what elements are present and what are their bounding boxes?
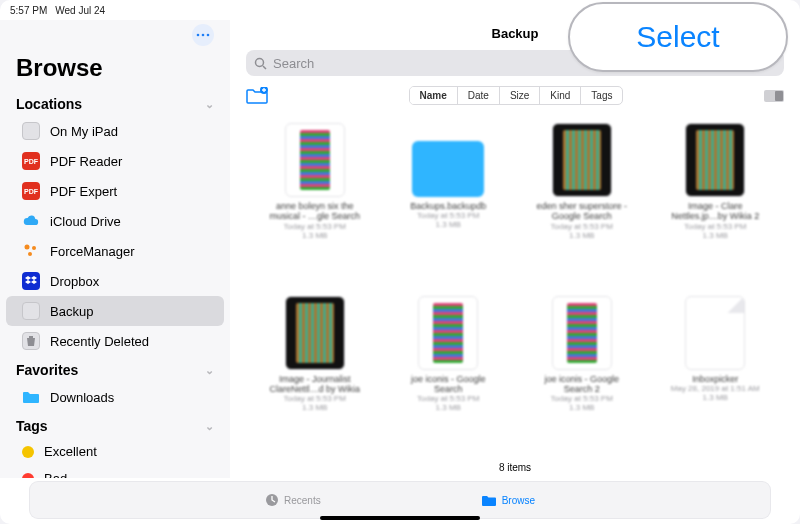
pdf-icon: PDF (22, 152, 40, 170)
sidebar-item-label: Backup (50, 304, 93, 319)
cloud-icon (22, 212, 40, 230)
locations-header[interactable]: Locations ⌄ (0, 90, 230, 116)
sidebar-item-on-my-ipad[interactable]: On My iPad (6, 116, 224, 146)
ipad-icon (22, 122, 40, 140)
status-time: 5:57 PM (10, 5, 47, 16)
drive-icon (22, 302, 40, 320)
tags-label: Tags (16, 418, 48, 434)
file-item[interactable]: eden sher superstore - Google SearchToda… (517, 123, 647, 284)
sidebar-item-label: On My iPad (50, 124, 118, 139)
view-toggle[interactable] (764, 90, 784, 102)
tag-dot-icon (22, 446, 34, 458)
folder-icon (22, 388, 40, 406)
tab-browse[interactable]: Browse (481, 494, 535, 507)
browse-title: Browse (0, 50, 230, 90)
file-item[interactable]: joe iconis - Google Search 2Today at 5:5… (517, 296, 647, 457)
file-grid: anne boleyn six the musical - …gle Searc… (230, 111, 800, 460)
ellipsis-icon (196, 33, 210, 37)
sidebar-item-recently-deleted[interactable]: Recently Deleted (6, 326, 224, 356)
chevron-down-icon: ⌄ (205, 420, 214, 433)
pdf-icon: PDF (22, 182, 40, 200)
clock-icon (265, 493, 279, 507)
sort-kind[interactable]: Kind (539, 87, 580, 104)
tabbar: Recents Browse (30, 482, 770, 518)
item-count: 8 items (230, 460, 800, 478)
app-icon (22, 242, 40, 260)
sidebar-item-backup[interactable]: Backup (6, 296, 224, 326)
sidebar-item-label: Excellent (44, 444, 97, 459)
sidebar-item-label: ForceManager (50, 244, 135, 259)
sidebar-item-label: Recently Deleted (50, 334, 149, 349)
svg-point-5 (28, 252, 32, 256)
sort-tags[interactable]: Tags (580, 87, 622, 104)
sort-date[interactable]: Date (457, 87, 499, 104)
sidebar-item-pdf-expert[interactable]: PDFPDF Expert (6, 176, 224, 206)
file-item[interactable]: Image - Journalist ClareNettl…d by Wikia… (250, 296, 380, 457)
status-date: Wed Jul 24 (55, 5, 105, 16)
more-options-button[interactable] (192, 24, 214, 46)
app-frame: 5:57 PM Wed Jul 24 Browse Locations ⌄ On… (0, 0, 800, 524)
folder-icon (481, 494, 497, 507)
new-folder-icon (246, 87, 268, 105)
folder-icon (412, 141, 484, 197)
sidebar-item-dropbox[interactable]: Dropbox (6, 266, 224, 296)
sidebar-item-label: Dropbox (50, 274, 99, 289)
main-row: Browse Locations ⌄ On My iPad PDFPDF Rea… (0, 20, 800, 478)
chevron-down-icon: ⌄ (205, 364, 214, 377)
locations-label: Locations (16, 96, 82, 112)
tag-dot-icon (22, 473, 34, 479)
search-placeholder: Search (273, 56, 314, 71)
sidebar-item-label: PDF Reader (50, 154, 122, 169)
svg-point-2 (207, 34, 210, 37)
sidebar-item-tag-excellent[interactable]: Excellent (6, 438, 224, 465)
sidebar-item-label: iCloud Drive (50, 214, 121, 229)
sidebar: Browse Locations ⌄ On My iPad PDFPDF Rea… (0, 20, 230, 478)
select-callout[interactable]: Select (568, 2, 788, 72)
file-item[interactable]: anne boleyn six the musical - …gle Searc… (250, 123, 380, 284)
sidebar-item-downloads[interactable]: Downloads (6, 382, 224, 412)
sidebar-item-tag-bad[interactable]: Bad (6, 465, 224, 478)
sidebar-item-label: PDF Expert (50, 184, 117, 199)
favorites-label: Favorites (16, 362, 78, 378)
file-item[interactable]: Backups.backupdbToday at 5:53 PM1.3 MB (384, 123, 514, 284)
sidebar-item-icloud-drive[interactable]: iCloud Drive (6, 206, 224, 236)
search-icon (254, 57, 267, 70)
dropbox-icon (22, 272, 40, 290)
favorites-header[interactable]: Favorites ⌄ (0, 356, 230, 382)
sort-name[interactable]: Name (410, 87, 457, 104)
svg-point-0 (197, 34, 200, 37)
chevron-down-icon: ⌄ (205, 98, 214, 111)
trash-icon (22, 332, 40, 350)
svg-point-3 (25, 245, 30, 250)
new-folder-button[interactable] (246, 87, 268, 105)
sort-size[interactable]: Size (499, 87, 539, 104)
svg-line-7 (263, 66, 266, 69)
sidebar-item-forcemanager[interactable]: ForceManager (6, 236, 224, 266)
file-item[interactable]: Image - Clare Nettles.jp…by Wikia 2Today… (651, 123, 781, 284)
sidebar-item-label: Downloads (50, 390, 114, 405)
file-item[interactable]: InboxpickerMay 28, 2019 at 1:51 AM1.3 MB (651, 296, 781, 457)
svg-point-1 (202, 34, 205, 37)
tab-recents[interactable]: Recents (265, 493, 321, 507)
sidebar-item-label: Bad (44, 471, 67, 478)
tags-header[interactable]: Tags ⌄ (0, 412, 230, 438)
toolbar: Name Date Size Kind Tags (230, 80, 800, 111)
sidebar-item-pdf-reader[interactable]: PDFPDF Reader (6, 146, 224, 176)
select-button-label: Select (636, 20, 719, 54)
sort-segment[interactable]: Name Date Size Kind Tags (409, 86, 624, 105)
file-item[interactable]: joe iconis - Google SearchToday at 5:53 … (384, 296, 514, 457)
svg-point-6 (256, 58, 264, 66)
svg-point-4 (32, 246, 36, 250)
home-indicator[interactable] (320, 516, 480, 520)
content-panel: Backup Search Name Date Size Kind Tags a… (230, 20, 800, 478)
